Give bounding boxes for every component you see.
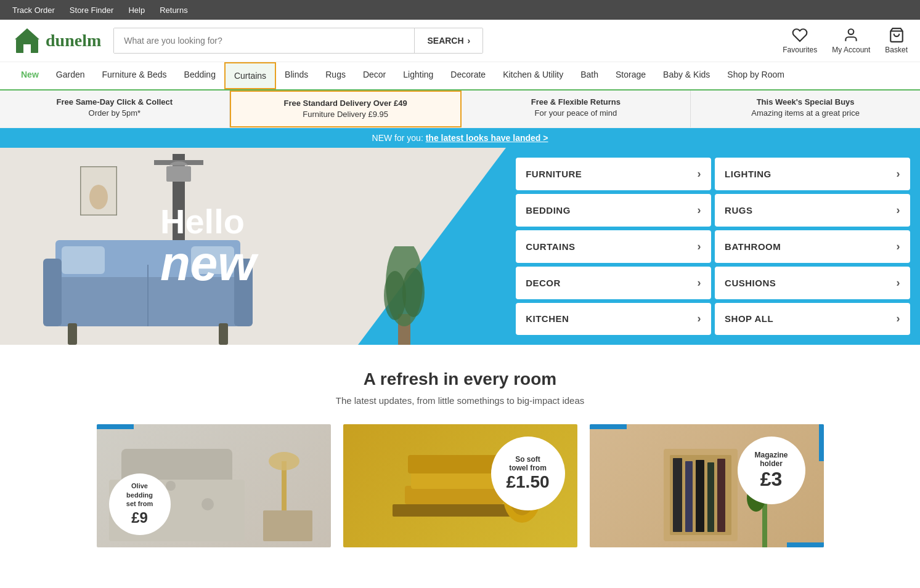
magazine-card[interactable]: Magazine holder £3	[590, 424, 824, 547]
chevron-right-icon: ›	[698, 276, 702, 289]
heart-icon	[792, 27, 808, 43]
search-input[interactable]	[114, 28, 414, 53]
category-btn-lighting[interactable]: LIGHTING ›	[715, 158, 910, 190]
nav-item-bath: Bath	[572, 62, 607, 89]
logo[interactable]: dunelm	[12, 26, 101, 55]
svg-marker-1	[15, 28, 39, 39]
chevron-right-icon: ›	[896, 167, 900, 180]
nav-link-bath[interactable]: Bath	[572, 62, 607, 87]
svg-point-28	[202, 498, 214, 510]
nav-link-decor[interactable]: Decor	[354, 62, 394, 87]
hero-section: Hello new FURNITURE › LIGHTING › BEDDING…	[0, 148, 920, 345]
category-btn-kitchen[interactable]: KITCHEN ›	[516, 303, 711, 336]
svg-rect-44	[717, 459, 725, 532]
bedding-price-tag: Olive bedding set from £9	[109, 473, 171, 535]
chevron-right-icon: ›	[896, 276, 900, 289]
chevron-right-icon: ›	[896, 240, 900, 253]
svg-point-23	[89, 185, 108, 209]
promo-special: This Week's Special Buys Amazing items a…	[691, 91, 920, 127]
nav-link-blinds[interactable]: Blinds	[276, 62, 317, 87]
svg-rect-43	[707, 462, 714, 532]
refresh-subtitle: The latest updates, from little somethin…	[12, 395, 908, 406]
chevron-right-icon: ›	[896, 204, 900, 217]
new-for-you-banner: NEW for you: the latest looks have lande…	[0, 128, 920, 148]
favourites-label: Favourites	[783, 46, 817, 54]
svg-rect-19	[219, 323, 228, 345]
refresh-cards: Olive bedding set from £9	[12, 424, 908, 547]
promo-returns-line2: For your peace of mind	[468, 108, 685, 119]
track-order-link[interactable]: Track Order	[12, 6, 55, 15]
svg-rect-35	[393, 504, 516, 517]
hero-scene: Hello new	[0, 148, 506, 345]
search-bar: SEARCH ›	[113, 28, 483, 54]
account-label: My Account	[832, 46, 870, 54]
nav-link-storage[interactable]: Storage	[607, 62, 654, 87]
svg-rect-42	[696, 460, 704, 532]
store-finder-link[interactable]: Store Finder	[70, 6, 114, 15]
search-button[interactable]: SEARCH ›	[414, 28, 482, 53]
nav-link-shoproom[interactable]: Shop by Room	[718, 62, 793, 87]
promo-special-line1: This Week's Special Buys	[697, 97, 914, 108]
promo-line1: Free Same-Day Click & Collect	[6, 97, 223, 108]
svg-point-3	[849, 29, 854, 34]
promo-returns-line1: Free & Flexible Returns	[468, 97, 685, 108]
new-for-you-link[interactable]: the latest looks have landed >	[426, 133, 548, 143]
category-btn-decor[interactable]: DECOR ›	[516, 267, 711, 299]
promo-delivery-line1: Free Standard Delivery Over £49	[237, 98, 454, 109]
chevron-right-icon: ›	[698, 167, 702, 180]
towels-card[interactable]: So soft towel from £1.50	[343, 424, 577, 547]
category-btn-furniture[interactable]: FURNITURE ›	[516, 158, 711, 190]
nav-link-decorate[interactable]: Decorate	[442, 62, 494, 87]
hero-new-word: new	[160, 239, 256, 288]
svg-rect-41	[685, 461, 693, 532]
nav-item-lighting: Lighting	[394, 62, 442, 89]
basket-link[interactable]: Basket	[885, 27, 908, 54]
promo-delivery-line2: Furniture Delivery £9.95	[237, 109, 454, 120]
scene-triangle	[358, 148, 506, 345]
promo-delivery: Free Standard Delivery Over £49 Furnitur…	[230, 91, 462, 127]
nav-item-rugs: Rugs	[317, 62, 354, 89]
hero-hello: Hello	[160, 204, 256, 239]
category-btn-bathroom[interactable]: BATHROOM ›	[715, 230, 910, 263]
logo-house-icon	[12, 26, 42, 55]
logo-text: dunelm	[46, 31, 101, 50]
nav-link-curtains[interactable]: Curtains	[224, 62, 276, 89]
promo-line2: Order by 5pm*	[6, 108, 223, 119]
nav-item-new: New	[12, 62, 47, 89]
nav-link-baby[interactable]: Baby & Kids	[654, 62, 718, 87]
category-btn-shop-all[interactable]: SHOP ALL ›	[715, 303, 910, 336]
category-btn-cushions[interactable]: CUSHIONS ›	[715, 267, 910, 299]
svg-point-12	[402, 268, 425, 317]
account-link[interactable]: My Account	[832, 27, 870, 54]
svg-rect-2	[23, 44, 31, 53]
nav-link-new[interactable]: New	[12, 62, 47, 87]
chevron-right-icon: ›	[896, 312, 900, 325]
favourites-link[interactable]: Favourites	[783, 27, 817, 54]
refresh-section: A refresh in every room The latest updat…	[0, 345, 920, 572]
svg-rect-31	[263, 510, 312, 541]
user-icon	[843, 27, 859, 43]
hero-text: Hello new	[160, 204, 256, 288]
bedding-card[interactable]: Olive bedding set from £9	[97, 424, 331, 547]
nav-item-decor: Decor	[354, 62, 394, 89]
nav-link-furniture[interactable]: Furniture & Beds	[94, 62, 176, 87]
nav-item-curtains: Curtains	[224, 62, 276, 89]
help-link[interactable]: Help	[128, 6, 145, 15]
promo-returns: Free & Flexible Returns For your peace o…	[462, 91, 691, 127]
nav-item-kitchen: Kitchen & Utility	[494, 62, 572, 89]
nav-link-garden[interactable]: Garden	[47, 62, 94, 87]
header: dunelm SEARCH › Favourites My Account	[0, 20, 920, 62]
nav-link-bedding[interactable]: Bedding	[176, 62, 224, 87]
nav-link-kitchen[interactable]: Kitchen & Utility	[494, 62, 572, 87]
svg-rect-8	[166, 166, 191, 182]
card-accent-top	[97, 424, 134, 429]
nav-link-rugs[interactable]: Rugs	[317, 62, 354, 87]
mag-card-accent-side	[819, 424, 824, 461]
category-btn-bedding[interactable]: BEDDING ›	[516, 194, 711, 227]
returns-link[interactable]: Returns	[160, 6, 188, 15]
category-btn-curtains[interactable]: CURTAINS ›	[516, 230, 711, 263]
nav-link-lighting[interactable]: Lighting	[394, 62, 442, 87]
category-btn-rugs[interactable]: RUGS ›	[715, 194, 910, 227]
nav-item-bedding: Bedding	[176, 62, 224, 89]
refresh-title: A refresh in every room	[12, 369, 908, 389]
